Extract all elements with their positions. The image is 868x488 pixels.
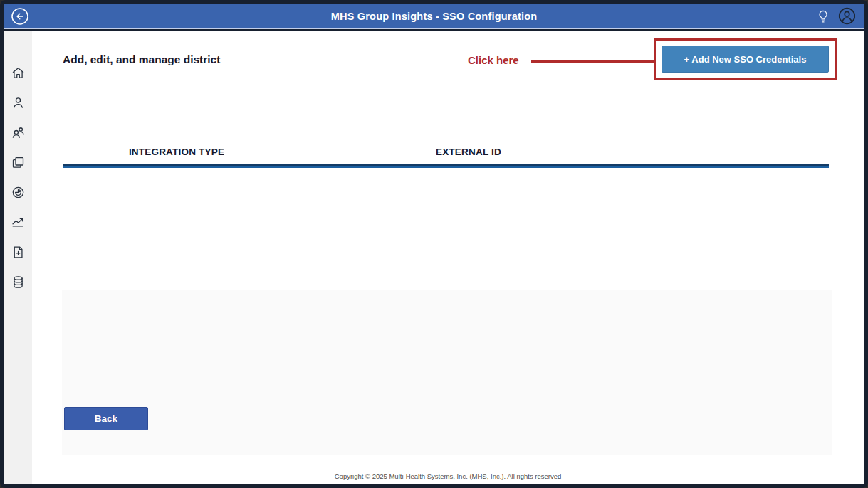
top-bar: MHS Group Insights - SSO Configuration [4,4,864,29]
people-icon[interactable] [11,125,26,140]
main-content: Add, edit, and manage district Click her… [32,31,864,484]
back-button[interactable]: Back [64,407,148,430]
click-here-annotation: Click here [468,54,519,66]
table-header-rule [63,164,829,168]
page-title: Add, edit, and manage district [63,53,220,66]
database-icon[interactable] [11,275,26,290]
copyright-footer: Copyright © 2025 Multi-Health Systems, I… [32,472,864,480]
pie-chart-icon[interactable] [11,185,26,200]
person-icon[interactable] [11,95,26,110]
account-icon[interactable] [837,6,857,26]
column-header-integration-type: INTEGRATION TYPE [129,147,224,157]
topbar-actions [815,4,857,28]
file-add-icon[interactable] [11,245,26,260]
add-new-sso-credentials-button[interactable]: + Add New SSO Credentials [662,46,829,73]
lightbulb-icon[interactable] [815,8,831,25]
app-window: MHS Group Insights - SSO Configuration [0,0,868,488]
trend-line-icon[interactable] [11,215,26,230]
left-nav-sidebar [4,31,32,484]
copy-pages-icon[interactable] [11,155,26,170]
annotation-connector-line [531,60,654,63]
column-header-external-id: EXTERNAL ID [436,147,501,157]
annotation-highlight-box: + Add New SSO Credentials [654,38,837,80]
window-title: MHS Group Insights - SSO Configuration [4,11,864,22]
empty-table-panel [62,290,832,455]
home-icon[interactable] [11,65,26,80]
